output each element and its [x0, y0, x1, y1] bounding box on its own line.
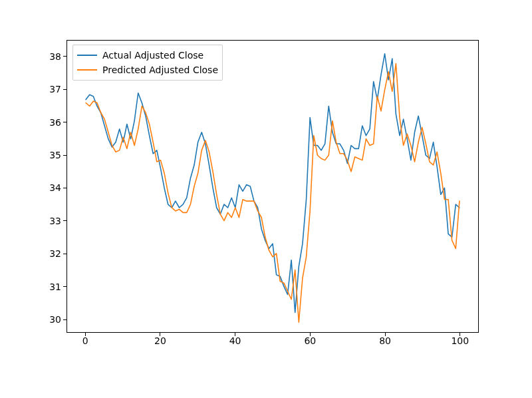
xtick-label: 40	[229, 335, 241, 346]
ytick-label: 36	[0, 117, 61, 128]
ytick-mark	[63, 122, 66, 122]
ytick-mark	[63, 188, 66, 188]
legend-item-predicted: Predicted Adjusted Close	[77, 63, 218, 77]
ytick-mark	[63, 155, 66, 156]
xtick-label: 100	[451, 335, 469, 346]
ytick-mark	[63, 319, 66, 320]
ytick-label: 32	[0, 248, 61, 259]
ytick-mark	[63, 286, 66, 287]
ytick-label: 38	[0, 51, 61, 62]
ytick-label: 33	[0, 216, 61, 226]
series-actual	[86, 54, 460, 313]
legend-label-predicted: Predicted Adjusted Close	[102, 65, 218, 75]
legend: Actual Adjusted Close Predicted Adjusted…	[72, 45, 223, 81]
xtick-label: 80	[379, 335, 391, 346]
ytick-mark	[63, 89, 66, 90]
xtick-label: 20	[154, 335, 166, 346]
legend-item-actual: Actual Adjusted Close	[77, 48, 218, 63]
legend-label-actual: Actual Adjusted Close	[102, 50, 203, 61]
plot-svg	[67, 41, 478, 332]
figure: Actual Adjusted Close Predicted Adjusted…	[0, 0, 532, 398]
ytick-label: 34	[0, 182, 61, 193]
xtick-label: 0	[82, 335, 88, 346]
ytick-mark	[63, 220, 66, 221]
ytick-label: 35	[0, 150, 61, 160]
ytick-mark	[63, 56, 66, 57]
ytick-label: 37	[0, 84, 61, 95]
ytick-label: 31	[0, 282, 61, 292]
ytick-mark	[63, 254, 66, 254]
xtick-label: 60	[304, 335, 316, 346]
legend-swatch-actual	[77, 55, 97, 56]
ytick-label: 30	[0, 314, 61, 325]
legend-swatch-predicted	[77, 69, 97, 71]
plot-area: Actual Adjusted Close Predicted Adjusted…	[66, 40, 479, 333]
